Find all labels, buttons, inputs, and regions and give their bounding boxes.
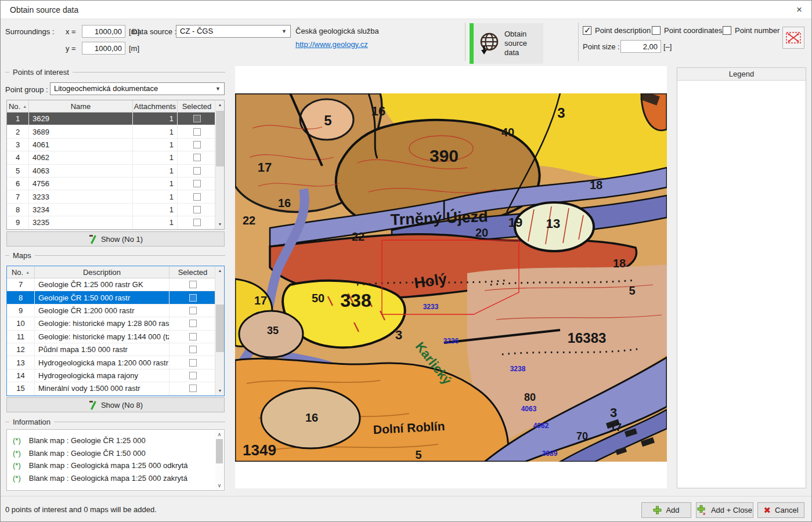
surroundings-x-input[interactable] — [82, 25, 125, 38]
points-table-row[interactable]: 5 4063 1 — [7, 165, 216, 177]
information-scrollbar[interactable]: ∧ ∨ — [215, 430, 223, 490]
row-selected-checkbox[interactable] — [193, 193, 201, 201]
button-accent-bar — [470, 23, 474, 64]
row-no: 13 — [7, 356, 35, 368]
row-selected-checkbox[interactable] — [189, 294, 197, 302]
point-number-checkbox[interactable] — [723, 26, 731, 35]
point-group-label: Point group : — [5, 85, 48, 94]
row-name: 3234 — [29, 204, 133, 216]
maps-table-row[interactable]: 9 Geologie ČR 1:200 000 rastr — [7, 304, 216, 317]
point-coordinates-checkbox[interactable] — [652, 26, 661, 35]
points-table-row[interactable]: 4 4062 1 — [7, 151, 216, 164]
cancel-button[interactable]: ✖ Cancel — [757, 502, 804, 518]
row-selected-checkbox[interactable] — [189, 346, 197, 353]
point-group-dropdown[interactable]: Litogeochemická dokumentace ▼ — [50, 82, 225, 95]
points-table-row[interactable]: 1 3629 1 — [7, 113, 216, 125]
row-selected-checkbox[interactable] — [193, 141, 201, 148]
map-region-number: 35 — [267, 325, 279, 336]
maps-table: No.▲ Description Selected 7 Geologie ČR … — [6, 266, 225, 396]
maps-table-row[interactable]: 12 Půdní mapa 1:50 000 rastr — [7, 343, 216, 356]
row-no: 15 — [7, 382, 35, 394]
close-icon[interactable]: × — [791, 2, 808, 18]
information-item: (*)Blank map : Geologie ČR 1:50 000 — [13, 447, 212, 460]
map-region-number: 50 — [312, 292, 324, 304]
data-source-label: Data source : — [132, 27, 176, 36]
dialog-title: Obtain source data — [10, 5, 78, 14]
row-selected-checkbox[interactable] — [189, 333, 197, 340]
row-selected-checkbox[interactable] — [193, 154, 201, 161]
points-table-row[interactable]: 7 3233 1 — [7, 190, 216, 203]
row-selected-checkbox[interactable] — [189, 320, 197, 327]
map-region-number: 22 — [243, 214, 255, 227]
map-point-label: 4062 — [533, 422, 549, 430]
row-no: 9 — [7, 216, 29, 229]
map-point-label: 3236 — [443, 337, 459, 345]
row-selected-checkbox[interactable] — [193, 206, 201, 213]
add-button[interactable]: Add — [641, 502, 691, 518]
row-no: 4 — [7, 151, 29, 164]
col-header-description[interactable]: Description — [35, 266, 169, 278]
map-region-number: 338 — [340, 290, 371, 311]
maps-table-row[interactable]: 14 Hydrogeologická mapa rajony — [7, 369, 216, 382]
col-header-no[interactable]: No.▲ — [7, 266, 35, 278]
map-region-number: 5 — [415, 448, 421, 461]
provider-link[interactable]: http://www.geology.cz — [295, 40, 368, 49]
row-selected-checkbox[interactable] — [193, 128, 201, 136]
status-text: 0 points of interest and 0 maps will be … — [5, 505, 157, 514]
col-header-selected[interactable]: Selected — [169, 266, 216, 278]
row-selected-checkbox[interactable] — [189, 359, 197, 367]
maps-table-row[interactable]: 8 Geologie ČR 1:50 000 rastr — [7, 291, 216, 304]
points-table-row[interactable]: 3 4061 1 — [7, 139, 216, 151]
surroundings-y-input[interactable] — [82, 42, 125, 55]
col-header-name[interactable]: Name — [29, 100, 133, 112]
maps-table-row[interactable]: 11 Geologie: historické mapy 1:144 000 (… — [7, 331, 216, 343]
row-name: 4061 — [29, 139, 133, 151]
row-name: 4756 — [29, 177, 133, 190]
points-table-row[interactable]: 2 3689 1 — [7, 125, 216, 138]
row-selected-checkbox[interactable] — [193, 167, 201, 175]
row-no: 8 — [7, 291, 35, 303]
map-region-number: 22 — [352, 230, 365, 243]
show-icon — [88, 400, 97, 410]
points-table-scrollbar[interactable]: ▲ ▼ — [215, 100, 224, 229]
obtain-source-data-button[interactable]: Obtain source data — [470, 23, 543, 64]
points-table-row[interactable]: 9 3235 1 — [7, 216, 216, 229]
maps-table-scrollbar[interactable]: ▲ ▼ — [215, 266, 224, 396]
point-coordinates-option: Point coordinates — [652, 26, 722, 35]
data-source-dropdown[interactable]: CZ - ČGS ▼ — [176, 25, 291, 38]
row-selected-checkbox[interactable] — [193, 115, 201, 122]
show-point-button[interactable]: Show (No 1) — [6, 231, 225, 246]
group-title: Information — [13, 418, 50, 426]
maps-table-row[interactable]: 13 Hydrogeologická mapa 1:200 000 rastr — [7, 356, 216, 369]
globe-download-icon — [477, 31, 501, 56]
maps-table-row[interactable]: 15 Minerální vody 1:500 000 rastr — [7, 382, 216, 395]
point-size-input[interactable] — [620, 40, 661, 53]
show-map-button[interactable]: Show (No 8) — [6, 397, 225, 412]
maps-table-row[interactable]: 7 Geologie ČR 1:25 000 rastr GK — [7, 278, 216, 291]
row-attachments: 1 — [133, 125, 178, 137]
row-name: 3629 — [29, 113, 133, 125]
row-selected-checkbox[interactable] — [189, 307, 197, 314]
row-selected-checkbox[interactable] — [189, 281, 197, 288]
map-region-number: 3 — [557, 105, 565, 121]
col-header-attachments[interactable]: Attachments — [133, 100, 178, 112]
maps-table-row[interactable]: 10 Geologie: historické mapy 1:28 800 ra… — [7, 317, 216, 330]
col-header-no[interactable]: No.▲ — [7, 100, 29, 112]
add-close-button[interactable]: x Add + Close — [696, 502, 753, 518]
point-description-checkbox[interactable] — [583, 26, 591, 35]
scroll-up-icon: ▲ — [215, 100, 225, 110]
points-table-row[interactable]: 8 3234 1 — [7, 204, 216, 216]
map-view[interactable]: 1716516390403222220131819185175033835316… — [235, 66, 667, 488]
map-region-number: 3 — [610, 405, 617, 420]
geological-map[interactable]: 1716516390403222220131819185175033835316… — [235, 93, 667, 462]
scroll-down-icon: ▼ — [215, 220, 225, 229]
col-header-selected[interactable]: Selected — [178, 100, 216, 112]
info-bullet: (*) — [13, 449, 21, 458]
row-selected-checkbox[interactable] — [193, 219, 201, 226]
fit-extents-button[interactable] — [782, 27, 804, 49]
row-selected-checkbox[interactable] — [189, 372, 197, 379]
row-selected-checkbox[interactable] — [189, 385, 197, 392]
chevron-down-icon: ▼ — [282, 28, 287, 34]
points-table-row[interactable]: 6 4756 1 — [7, 177, 216, 190]
row-selected-checkbox[interactable] — [193, 180, 201, 187]
